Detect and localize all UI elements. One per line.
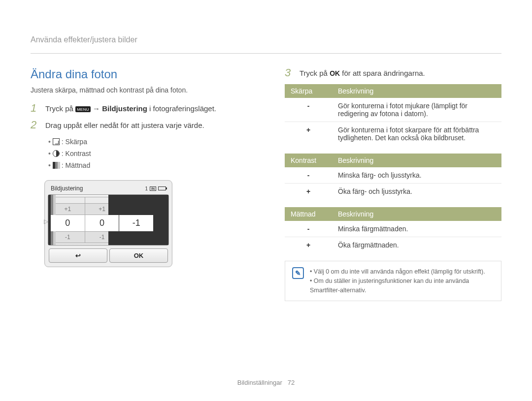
td-key: - (285, 221, 332, 237)
th: Beskrivning (332, 207, 501, 221)
cell-active: -1 (119, 215, 154, 232)
th: Beskrivning (332, 84, 501, 98)
table-contrast: KontrastBeskrivning -Minska färg- och lj… (285, 154, 501, 199)
table-sharpness: SkärpaBeskrivning -Gör konturerna i foto… (285, 84, 501, 146)
td-val: Öka färg- och ljusstyrka. (332, 184, 501, 200)
storage-icon: IN (150, 186, 156, 191)
legend-sharp: : Skärpa (62, 138, 87, 146)
th: Skärpa (285, 84, 332, 98)
breadcrumb: Använda effekter/justera bilder (31, 35, 501, 44)
step-number: 2 (31, 120, 40, 130)
note-box: ✎ Välj 0 om du inte vill använda någon e… (285, 261, 501, 301)
td-val: Öka färgmättnaden. (332, 237, 501, 253)
td-key: + (285, 184, 332, 200)
step-number: 1 (31, 103, 40, 114)
cell: +1 (51, 204, 85, 215)
th: Kontrast (285, 154, 332, 167)
camera-screen-mock: Bildjustering 1 IN ▣ ✋ ▢ (44, 180, 172, 267)
col-icon-sharp (51, 197, 85, 204)
step-3: 3 Tryck på OK för att spara ändringarna. (285, 67, 501, 78)
step-3-text-a: Tryck på (299, 69, 330, 77)
td-key: - (285, 98, 332, 122)
cell-active: 0 (51, 215, 85, 232)
legend-contrast: : Kontrast (62, 150, 91, 157)
divider (31, 53, 501, 54)
screen-count: 1 (145, 186, 148, 191)
legend-list: : Skärpa : Kontrast : Mättnad (48, 136, 257, 171)
step-number: 3 (285, 67, 295, 78)
footer-page: 72 (288, 379, 295, 386)
saturation-icon (53, 162, 60, 169)
page-footer: Bildinställningar 72 (0, 379, 532, 386)
td-key: - (285, 167, 332, 184)
note-icon: ✎ (292, 267, 304, 279)
td-val: Gör konturerna i fotot mjukare (lämpligt… (332, 98, 501, 122)
page-title: Ändra dina foton (31, 67, 257, 81)
step-1-text-c: i fotograferingsläget. (149, 104, 216, 113)
step-3-text-b: för att spara ändringarna. (342, 69, 425, 77)
step-2-text: Drag uppåt eller nedåt för att justera v… (45, 120, 204, 130)
battery-icon (158, 186, 166, 190)
table-saturation: MättnadBeskrivning -Minska färgmättnaden… (285, 207, 501, 253)
td-key: + (285, 122, 332, 146)
menu-icon: MENU (75, 106, 91, 112)
back-button[interactable]: ↩ (49, 248, 107, 263)
col-icon-contrast (85, 197, 119, 204)
note-line: Välj 0 om du inte vill använda någon eff… (310, 267, 494, 277)
th: Beskrivning (332, 154, 501, 167)
step-2: 2 Drag uppåt eller nedåt för att justera… (31, 120, 257, 130)
footer-label: Bildinställningar (237, 379, 282, 386)
legend-sat: : Mättnad (62, 161, 90, 169)
ok-icon: OK (330, 69, 340, 77)
ok-button[interactable]: OK (109, 248, 168, 263)
th: Mättnad (285, 207, 332, 221)
cell: -1 (51, 232, 85, 243)
note-line: Om du ställer in justeringsfunktioner ka… (310, 277, 494, 295)
cell-active: 0 (85, 215, 119, 232)
step-1: 1 Tryck på MENU → Bildjustering i fotogr… (31, 103, 257, 114)
td-val: Minska färg- och ljusstyrka. (332, 167, 501, 184)
step-1-text-a: Tryck på (45, 104, 75, 113)
td-key: + (285, 237, 332, 253)
contrast-icon (53, 150, 60, 157)
td-val: Minska färgmättnaden. (332, 221, 501, 237)
sharpness-icon (53, 138, 60, 145)
screen-title: Bildjustering (51, 185, 83, 192)
td-val: Gör konturerna i fotot skarpare för att … (332, 122, 501, 146)
step-1-bold: Bildjustering (102, 104, 147, 113)
step-1-arrow: → (93, 104, 102, 113)
subtitle: Justera skärpa, mättnad och kontrast på … (31, 86, 257, 94)
